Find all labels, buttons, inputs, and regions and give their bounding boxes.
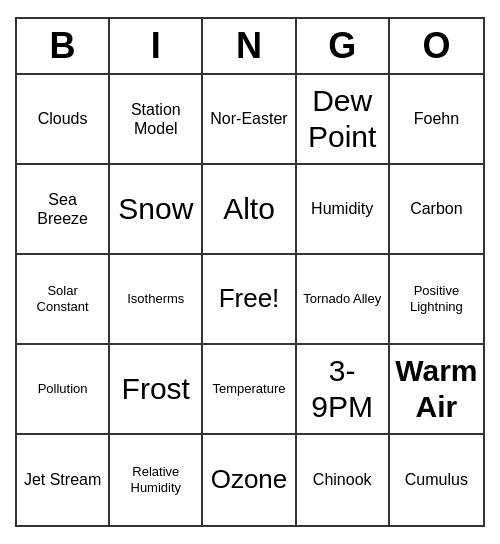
cell-text: Positive Lightning <box>394 283 479 314</box>
cell-text: Warm Air <box>394 353 479 425</box>
cell-text: Relative Humidity <box>114 464 197 495</box>
bingo-cell[interactable]: Station Model <box>110 75 203 165</box>
cell-text: Dew Point <box>301 83 384 155</box>
cell-text: Snow <box>118 191 193 227</box>
bingo-cell[interactable]: 3-9PM <box>297 345 390 435</box>
bingo-header: BINGO <box>17 19 483 75</box>
cell-text: 3-9PM <box>301 353 384 425</box>
cell-text: Alto <box>223 191 275 227</box>
cell-text: Station Model <box>114 100 197 138</box>
bingo-cell[interactable]: Clouds <box>17 75 110 165</box>
cell-text: Cumulus <box>405 470 468 489</box>
header-letter: N <box>203 19 296 73</box>
bingo-cell[interactable]: Isotherms <box>110 255 203 345</box>
cell-text: Chinook <box>313 470 372 489</box>
bingo-cell[interactable]: Tornado Alley <box>297 255 390 345</box>
cell-text: Isotherms <box>127 291 184 307</box>
bingo-cell[interactable]: Chinook <box>297 435 390 525</box>
bingo-grid: CloudsStation ModelNor-EasterDew PointFo… <box>17 75 483 525</box>
header-letter: G <box>297 19 390 73</box>
bingo-cell[interactable]: Free! <box>203 255 296 345</box>
bingo-cell[interactable]: Frost <box>110 345 203 435</box>
cell-text: Clouds <box>38 109 88 128</box>
cell-text: Foehn <box>414 109 459 128</box>
cell-text: Solar Constant <box>21 283 104 314</box>
cell-text: Pollution <box>38 381 88 397</box>
cell-text: Ozone <box>211 464 288 495</box>
cell-text: Carbon <box>410 199 462 218</box>
bingo-card: BINGO CloudsStation ModelNor-EasterDew P… <box>15 17 485 527</box>
bingo-cell[interactable]: Jet Stream <box>17 435 110 525</box>
bingo-cell[interactable]: Snow <box>110 165 203 255</box>
bingo-cell[interactable]: Pollution <box>17 345 110 435</box>
bingo-cell[interactable]: Ozone <box>203 435 296 525</box>
cell-text: Tornado Alley <box>303 291 381 307</box>
bingo-cell[interactable]: Cumulus <box>390 435 483 525</box>
bingo-cell[interactable]: Temperature <box>203 345 296 435</box>
bingo-cell[interactable]: Humidity <box>297 165 390 255</box>
bingo-cell[interactable]: Positive Lightning <box>390 255 483 345</box>
header-letter: O <box>390 19 483 73</box>
bingo-cell[interactable]: Nor-Easter <box>203 75 296 165</box>
cell-text: Nor-Easter <box>210 109 287 128</box>
cell-text: Jet Stream <box>24 470 101 489</box>
cell-text: Sea Breeze <box>21 190 104 228</box>
bingo-cell[interactable]: Foehn <box>390 75 483 165</box>
bingo-cell[interactable]: Alto <box>203 165 296 255</box>
bingo-cell[interactable]: Sea Breeze <box>17 165 110 255</box>
bingo-cell[interactable]: Relative Humidity <box>110 435 203 525</box>
bingo-cell[interactable]: Carbon <box>390 165 483 255</box>
cell-text: Free! <box>219 283 280 314</box>
cell-text: Temperature <box>213 381 286 397</box>
header-letter: B <box>17 19 110 73</box>
header-letter: I <box>110 19 203 73</box>
bingo-cell[interactable]: Solar Constant <box>17 255 110 345</box>
cell-text: Humidity <box>311 199 373 218</box>
bingo-cell[interactable]: Warm Air <box>390 345 483 435</box>
bingo-cell[interactable]: Dew Point <box>297 75 390 165</box>
cell-text: Frost <box>122 371 190 407</box>
